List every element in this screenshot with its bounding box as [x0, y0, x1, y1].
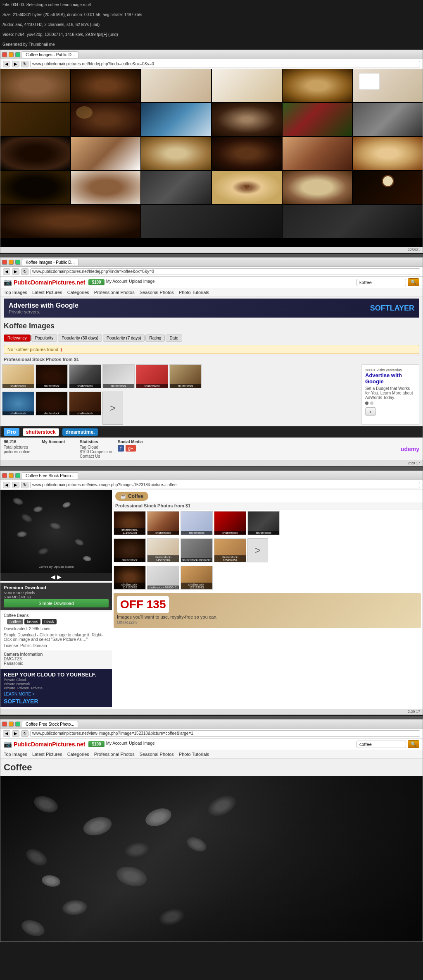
thumb-17[interactable] — [283, 137, 352, 170]
refresh-btn-3[interactable]: ↻ — [21, 482, 29, 488]
stock-item-7[interactable]: shutterstock — [2, 392, 34, 416]
thumb-26[interactable] — [141, 205, 281, 238]
facebook-btn[interactable]: f — [118, 445, 124, 452]
dollar-btn[interactable]: $100 — [88, 279, 104, 285]
thumb-15[interactable] — [141, 137, 211, 170]
thumb-3[interactable] — [141, 69, 211, 102]
thumb-23[interactable] — [283, 171, 352, 204]
nav-top-images[interactable]: Top Images — [4, 288, 27, 296]
max-btn-4[interactable] — [15, 722, 20, 727]
s3-stock-11[interactable]: shutterstock-98000461 — [147, 566, 179, 590]
nav4-top-images[interactable]: Top Images — [4, 750, 27, 758]
nav4-categories[interactable]: Categories — [67, 750, 89, 758]
browser-tab-3[interactable]: Coffee Free Stock Photo... — [22, 472, 78, 479]
sort-tab-popularity[interactable]: Popularity — [31, 335, 57, 342]
browser-tab-1[interactable]: Coffee Images - Public D... — [22, 51, 78, 58]
thumb-25[interactable] — [0, 205, 140, 238]
sort-tab-date[interactable]: Date — [166, 335, 182, 342]
softlayer-learn-more[interactable]: LEARN MORE > — [4, 692, 109, 696]
forward-btn-1[interactable]: ▶ — [12, 61, 19, 67]
pagination-next[interactable]: > — [102, 392, 123, 425]
search-button-2[interactable]: 🔍 — [408, 278, 419, 286]
nav-latest-pictures[interactable]: Latest Pictures — [32, 288, 62, 296]
min-btn-3[interactable] — [9, 473, 14, 478]
thumb-22[interactable]: ❤ — [212, 171, 282, 204]
close-btn-2[interactable] — [2, 260, 7, 265]
max-btn-2[interactable] — [15, 260, 20, 265]
sort-tab-relevancy[interactable]: Relevancy — [4, 335, 31, 342]
close-btn-1[interactable] — [2, 52, 7, 57]
my-account-link[interactable]: My Account — [106, 279, 128, 285]
max-btn-1[interactable] — [15, 52, 20, 57]
back-btn-3[interactable]: ◀ — [3, 482, 10, 488]
min-btn-1[interactable] — [9, 52, 14, 57]
s3-stock-5[interactable]: shutterstock — [247, 511, 280, 535]
s3-stock-1[interactable]: shutterstock-111999368 — [114, 511, 146, 535]
search-input-2[interactable] — [356, 279, 406, 286]
adwords-cta-btn[interactable]: › — [365, 407, 376, 416]
my-account-footer[interactable]: My Account — [42, 440, 75, 444]
thumb-6[interactable] — [353, 69, 423, 102]
thumb-24[interactable] — [353, 171, 423, 204]
stock-item-8[interactable]: shutterstock — [36, 392, 68, 416]
stock-item-2[interactable]: shutterstock — [36, 364, 68, 388]
min-btn-4[interactable] — [9, 722, 14, 727]
thumb-7[interactable] — [0, 103, 70, 136]
s3-stock-9[interactable]: shutterstock-135494954 — [214, 538, 246, 562]
thumb-5[interactable] — [283, 69, 352, 102]
nav4-seasonal-photos[interactable]: Seasonal Photos — [140, 750, 174, 758]
forward-btn-3[interactable]: ▶ — [12, 482, 19, 488]
stock-item-5[interactable]: shutterstock — [136, 364, 168, 388]
refresh-btn-4[interactable]: ↻ — [21, 730, 29, 737]
browser-tab-2[interactable]: Koffee Images - Public D... — [22, 259, 78, 265]
thumb-20[interactable] — [71, 171, 141, 204]
stock-item-3[interactable]: shutterstock — [69, 364, 101, 388]
sort-tab-popularity-30[interactable]: Popularity (30 days) — [58, 335, 102, 342]
back-btn-4[interactable]: ◀ — [3, 730, 10, 737]
google-plus-btn[interactable]: g+ — [126, 445, 136, 452]
thumb-16[interactable] — [212, 137, 282, 170]
close-btn-4[interactable] — [2, 722, 7, 727]
nav4-photo-tutorials[interactable]: Photo Tutorials — [179, 750, 209, 758]
nav-photo-tutorials[interactable]: Photo Tutorials — [179, 288, 209, 296]
tag-beans[interactable]: beans — [24, 619, 40, 624]
s3-stock-10[interactable]: shutterstock-114120892 — [114, 566, 146, 590]
thumb-9[interactable] — [141, 103, 211, 136]
nav-seasonal-photos[interactable]: Seasonal Photos — [140, 288, 174, 296]
thumb-1[interactable] — [0, 69, 70, 102]
stock-item-9[interactable]: shutterstock — [69, 392, 101, 416]
s3-stock-2[interactable]: shutterstock — [147, 511, 179, 535]
min-btn-2[interactable] — [9, 260, 14, 265]
refresh-btn-1[interactable]: ↻ — [21, 61, 29, 67]
nav-professional-photos[interactable]: Professional Photos — [94, 288, 135, 296]
my-account-link-4[interactable]: My Account — [106, 741, 128, 747]
close-btn-3[interactable] — [2, 473, 7, 478]
max-btn-3[interactable] — [15, 473, 20, 478]
search-input-4[interactable] — [356, 741, 406, 748]
tag-cloud-link[interactable]: Tag Cloud — [80, 445, 113, 449]
dreamstime-badge[interactable]: dreamstime. — [62, 428, 98, 436]
tag-coffee[interactable]: coffee — [7, 619, 23, 624]
nav4-professional-photos[interactable]: Professional Photos — [94, 750, 135, 758]
thumb-2[interactable] — [71, 69, 141, 102]
refresh-btn-2[interactable]: ↻ — [21, 268, 29, 275]
s3-stock-3[interactable]: shutterstock — [181, 511, 213, 535]
url-bar-3[interactable]: www.publicdomainpictures.net/view-image.… — [30, 482, 420, 488]
stock-item-6[interactable]: shutterstock — [169, 364, 202, 388]
s3-stock-12[interactable]: shutterstock-129132083 — [181, 566, 213, 590]
pagination-next-3[interactable]: > — [247, 538, 268, 562]
thumb-19[interactable] — [0, 171, 70, 204]
back-btn-1[interactable]: ◀ — [3, 61, 10, 67]
stock-item-1[interactable]: shutterstock — [2, 364, 34, 388]
back-btn-2[interactable]: ◀ — [3, 268, 10, 275]
url-bar-2[interactable]: www.publicdomainpictures.net/hledej.php?… — [30, 268, 420, 275]
thumb-4[interactable] — [212, 69, 282, 102]
s3-stock-6[interactable]: shutterstock — [114, 538, 146, 562]
thumb-14[interactable] — [71, 137, 141, 170]
coffee-tag-btn[interactable]: ☕ Coffee — [115, 492, 148, 501]
dollar-btn-4[interactable]: $100 — [88, 741, 104, 747]
forward-btn-4[interactable]: ▶ — [12, 730, 19, 737]
download-button[interactable]: Simple Download — [4, 599, 109, 607]
next-arrow[interactable]: ▶ — [57, 574, 62, 580]
thumb-11[interactable] — [283, 103, 352, 136]
